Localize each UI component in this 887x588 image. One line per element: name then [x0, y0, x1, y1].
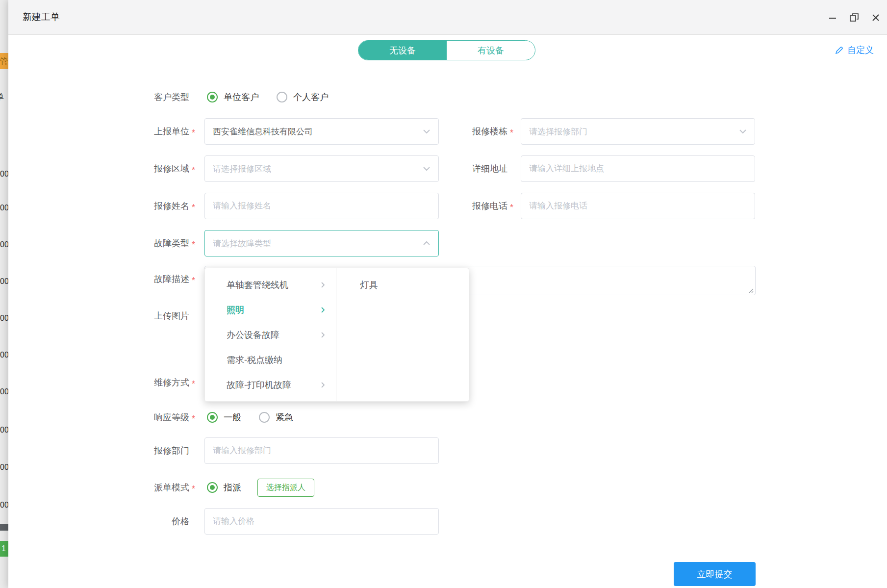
- dropdown-item-office-equipment[interactable]: 办公设备故障: [205, 322, 336, 347]
- label-upload-image: 上传图片: [82, 309, 189, 322]
- radio-unit-customer[interactable]: [207, 92, 218, 102]
- required-marker: *: [192, 412, 195, 425]
- chevron-right-icon: [321, 382, 325, 388]
- choose-assignee-button[interactable]: 选择指派人: [257, 479, 314, 497]
- background-amount: 00: [0, 314, 8, 323]
- repair-name-input[interactable]: [204, 193, 439, 219]
- response-level-options: 一般 紧急: [207, 410, 293, 424]
- required-marker: *: [192, 483, 195, 495]
- dropdown-item-printer-fault[interactable]: 故障-打印机故障: [205, 372, 336, 397]
- detail-address-input[interactable]: [521, 155, 755, 182]
- tab-no-device[interactable]: 无设备: [358, 41, 447, 60]
- customize-label: 自定义: [847, 44, 874, 56]
- background-amount: 00: [0, 501, 8, 510]
- fault-type-select[interactable]: 请选择故障类型: [204, 230, 439, 256]
- chevron-right-icon: [321, 307, 325, 313]
- required-marker: *: [192, 127, 195, 139]
- radio-level-normal-label[interactable]: 一般: [224, 411, 241, 423]
- label-customer-type: 客户类型: [82, 91, 189, 103]
- device-toggle: 无设备 有设备: [358, 40, 535, 60]
- background-tab-fragment: 管: [0, 53, 8, 69]
- radio-personal-customer-label[interactable]: 个人客户: [293, 91, 329, 103]
- tab-has-device[interactable]: 有设备: [447, 41, 535, 60]
- repair-dept-input[interactable]: [204, 437, 439, 464]
- background-scrollbar-fragment: [0, 524, 8, 531]
- background-amount: 00: [0, 351, 8, 359]
- radio-assign[interactable]: [207, 482, 218, 493]
- repair-building-placeholder: 请选择报修部门: [529, 126, 587, 137]
- label-detail-address: 详细地址: [429, 162, 507, 175]
- fault-type-dropdown-level1: 单轴套管绕线机 照明 办公设备故障 需求-税点缴纳 故障-打印机故障: [205, 268, 336, 401]
- pencil-icon: [835, 46, 844, 55]
- radio-unit-customer-label[interactable]: 单位客户: [224, 91, 259, 103]
- dropdown-item-lamps[interactable]: 灯具: [336, 272, 469, 297]
- background-page-badge: 1: [0, 541, 8, 557]
- label-dispatch-mode: 派单模式*: [82, 481, 189, 494]
- radio-level-urgent[interactable]: [259, 412, 270, 423]
- close-button[interactable]: [870, 12, 881, 23]
- required-marker: *: [192, 164, 195, 177]
- restore-icon: [849, 13, 859, 23]
- dispatch-mode-row: 指派 选择指派人: [207, 478, 314, 497]
- customer-type-options: 单位客户 个人客户: [207, 90, 329, 104]
- label-repair-method: 维修方式*: [82, 376, 189, 389]
- chevron-up-icon: [423, 241, 431, 246]
- report-unit-select[interactable]: 西安雀维信息科技有限公司: [204, 118, 439, 145]
- radio-personal-customer[interactable]: [277, 92, 287, 102]
- minimize-button[interactable]: [827, 12, 838, 23]
- repair-phone-input[interactable]: [521, 193, 755, 219]
- chevron-down-icon: [739, 129, 747, 134]
- radio-level-normal[interactable]: [207, 412, 218, 423]
- required-marker: *: [192, 274, 195, 287]
- label-repair-name: 报修姓名*: [82, 200, 189, 212]
- customize-link[interactable]: 自定义: [835, 44, 874, 56]
- background-text-fragment: 单: [0, 91, 4, 102]
- chevron-right-icon: [321, 281, 325, 288]
- background-amount: 00: [0, 170, 8, 179]
- report-unit-value: 西安雀维信息科技有限公司: [213, 126, 313, 137]
- window-controls: [827, 0, 881, 35]
- fault-type-dropdown: 单轴套管绕线机 照明 办公设备故障 需求-税点缴纳 故障-打印机故障: [204, 268, 469, 402]
- required-marker: *: [510, 201, 513, 214]
- chevron-right-icon: [321, 332, 325, 338]
- minimize-icon: [828, 13, 837, 23]
- dialog-titlebar: 新建工单: [8, 0, 887, 35]
- required-marker: *: [192, 201, 195, 214]
- radio-level-urgent-label[interactable]: 紧急: [276, 411, 293, 423]
- background-amount: 00: [0, 426, 8, 435]
- background-amount: 00: [0, 240, 8, 249]
- repair-building-select[interactable]: 请选择报修部门: [521, 118, 755, 145]
- background-amount: 00: [0, 277, 8, 286]
- label-repair-area: 报修区域*: [82, 162, 189, 175]
- background-tab-text: 管: [0, 57, 8, 65]
- background-amount: 00: [0, 463, 8, 472]
- close-icon: [871, 13, 881, 23]
- label-fault-type: 故障类型*: [82, 237, 189, 250]
- radio-assign-label[interactable]: 指派: [224, 482, 241, 493]
- repair-area-select[interactable]: 请选择报修区域: [204, 155, 439, 182]
- background-amount: 00: [0, 387, 8, 396]
- label-fault-desc: 故障描述*: [82, 273, 189, 285]
- submit-button[interactable]: 立即提交: [674, 562, 756, 586]
- required-marker: *: [192, 238, 195, 251]
- label-repair-dept: 报修部门: [82, 444, 189, 457]
- maximize-button[interactable]: [849, 12, 860, 23]
- price-input[interactable]: [204, 508, 439, 535]
- dropdown-item-tax-payment[interactable]: 需求-税点缴纳: [205, 347, 336, 372]
- label-repair-phone: 报修电话*: [429, 200, 507, 212]
- fault-type-dropdown-level2: 灯具: [336, 268, 469, 401]
- repair-area-placeholder: 请选择报修区域: [213, 163, 271, 175]
- label-response-level: 响应等级*: [82, 411, 189, 424]
- new-workorder-dialog: 新建工单: [8, 0, 887, 588]
- dialog-title: 新建工单: [23, 11, 60, 24]
- dropdown-item-winder[interactable]: 单轴套管绕线机: [205, 272, 336, 297]
- background-amount: 00: [0, 204, 8, 212]
- label-repair-building: 报修楼栋*: [429, 125, 507, 138]
- label-report-unit: 上报单位*: [82, 125, 189, 138]
- required-marker: *: [510, 127, 513, 139]
- label-price: 价格: [82, 515, 189, 528]
- dropdown-item-lighting[interactable]: 照明: [205, 297, 336, 322]
- fault-type-placeholder: 请选择故障类型: [213, 238, 271, 249]
- required-marker: *: [192, 378, 195, 390]
- background-page: 管 单 00 00 00 00 00 00 00 00 00 00 1: [0, 0, 8, 588]
